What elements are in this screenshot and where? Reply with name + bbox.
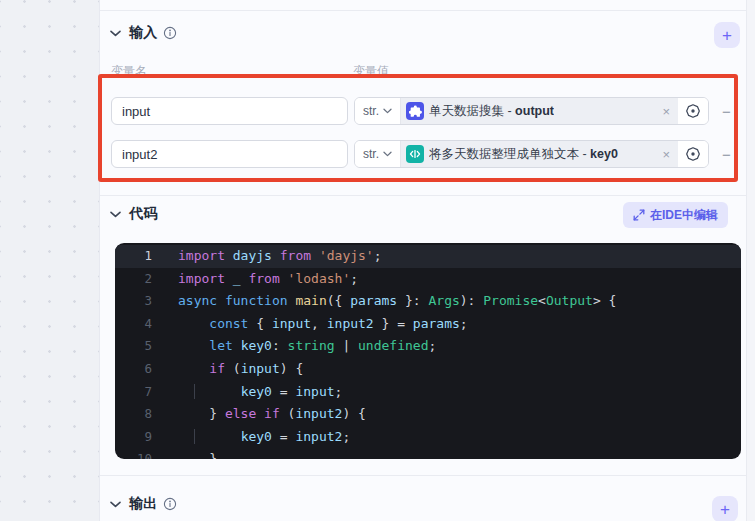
line-number: 6 bbox=[115, 358, 152, 381]
type-select-value: str. bbox=[363, 104, 379, 118]
variable-value-control: str. 将多天数据整理成单独文本 - key0 × bbox=[354, 140, 709, 168]
collapse-output-button[interactable] bbox=[108, 497, 122, 511]
edit-in-ide-button[interactable]: 在IDE中编辑 bbox=[623, 202, 728, 228]
chevron-down-icon bbox=[110, 211, 121, 218]
code-line: 3async function main({ params }: Args): … bbox=[115, 290, 741, 313]
line-number: 10 bbox=[115, 448, 152, 459]
info-icon[interactable] bbox=[163, 497, 177, 511]
input-section-header: 输入 bbox=[108, 19, 177, 47]
variable-value-control: str. 单天数据搜集 - output × bbox=[354, 97, 709, 125]
chevron-down-icon bbox=[383, 108, 392, 114]
line-number: 1 bbox=[115, 245, 152, 268]
input-section-title: 输入 bbox=[129, 24, 157, 42]
line-number: 7 bbox=[115, 381, 152, 404]
edit-in-ide-label: 在IDE中编辑 bbox=[650, 207, 718, 224]
clear-reference-icon[interactable]: × bbox=[661, 148, 671, 161]
workflow-canvas: 输入 + 变量名 变量值 str. 单天数据搜集 - output bbox=[0, 0, 755, 521]
node-config-panel: 输入 + 变量名 变量值 str. 单天数据搜集 - output bbox=[99, 0, 746, 521]
chevron-down-icon bbox=[383, 151, 392, 157]
code-editor[interactable]: 1import dayjs from 'dayjs';2import _ fro… bbox=[115, 243, 741, 459]
code-section-header: 代码 bbox=[108, 200, 157, 228]
code-line: 6 if (input) { bbox=[115, 358, 741, 381]
panel-scrollbar-track[interactable] bbox=[746, 0, 755, 521]
variable-row: str. 将多天数据整理成单独文本 - key0 × − bbox=[111, 140, 731, 168]
clear-reference-icon[interactable]: × bbox=[661, 105, 671, 118]
collapse-input-button[interactable] bbox=[108, 26, 122, 40]
line-number: 2 bbox=[115, 268, 152, 291]
line-number: 3 bbox=[115, 290, 152, 313]
code-line: 2import _ from 'lodash'; bbox=[115, 268, 741, 291]
code-line: 9 key0 = input2; bbox=[115, 426, 741, 449]
add-output-variable-button[interactable]: + bbox=[712, 496, 738, 521]
reference-tag[interactable]: 单天数据搜集 - output × bbox=[401, 98, 678, 124]
target-icon bbox=[685, 103, 701, 119]
code-line: 5 let key0: string | undefined; bbox=[115, 335, 741, 358]
section-divider bbox=[100, 10, 746, 11]
target-icon bbox=[685, 146, 701, 162]
type-select[interactable]: str. bbox=[355, 98, 401, 124]
locate-node-button[interactable] bbox=[678, 98, 708, 124]
line-number: 5 bbox=[115, 335, 152, 358]
column-label-value: 变量值 bbox=[353, 63, 389, 80]
chevron-down-icon bbox=[110, 501, 121, 508]
reference-tag[interactable]: 将多天数据整理成单独文本 - key0 × bbox=[401, 141, 678, 167]
collapse-code-button[interactable] bbox=[108, 207, 122, 221]
reference-field: key0 bbox=[590, 147, 618, 161]
section-divider bbox=[100, 475, 746, 476]
code-line: 8 } else if (input2) { bbox=[115, 403, 741, 426]
code-line: 7 key0 = input; bbox=[115, 381, 741, 404]
locate-node-button[interactable] bbox=[678, 141, 708, 167]
reference-label: 将多天数据整理成单独文本 - key0 bbox=[429, 146, 618, 163]
variable-name-input[interactable] bbox=[111, 97, 348, 125]
plugin-node-icon bbox=[406, 102, 424, 120]
expand-icon bbox=[633, 209, 645, 221]
line-number: 9 bbox=[115, 426, 152, 449]
code-section-title: 代码 bbox=[129, 205, 157, 223]
output-section-title: 输出 bbox=[129, 495, 157, 513]
reference-field: output bbox=[515, 104, 554, 118]
add-input-variable-button[interactable]: + bbox=[714, 22, 740, 48]
output-section-header: 输出 bbox=[108, 490, 177, 518]
section-divider bbox=[100, 195, 746, 196]
code-node-icon bbox=[406, 145, 424, 163]
variable-name-input[interactable] bbox=[111, 140, 348, 168]
line-number: 8 bbox=[115, 403, 152, 426]
line-number: 4 bbox=[115, 313, 152, 336]
reference-label: 单天数据搜集 - output bbox=[429, 103, 554, 120]
type-select[interactable]: str. bbox=[355, 141, 401, 167]
chevron-down-icon bbox=[110, 30, 121, 37]
code-line: 1import dayjs from 'dayjs'; bbox=[115, 245, 741, 268]
info-icon[interactable] bbox=[163, 26, 177, 40]
column-label-name: 变量名 bbox=[111, 63, 147, 80]
variable-row: str. 单天数据搜集 - output × − bbox=[111, 97, 731, 125]
type-select-value: str. bbox=[363, 147, 379, 161]
remove-row-button[interactable]: − bbox=[722, 103, 731, 120]
remove-row-button[interactable]: − bbox=[722, 146, 731, 163]
code-line: 10 } bbox=[115, 448, 741, 459]
code-line: 4 const { input, input2 } = params; bbox=[115, 313, 741, 336]
